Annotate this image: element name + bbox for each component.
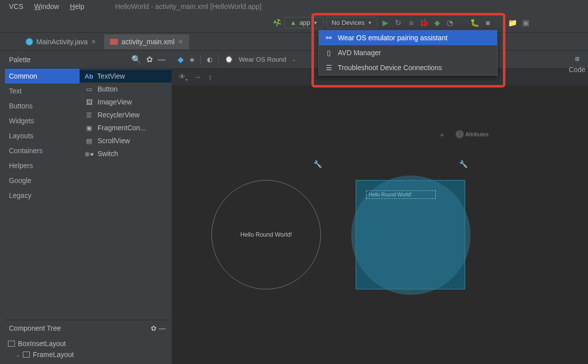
folder-icon[interactable]: 📁 xyxy=(508,18,518,27)
link-icon: ⚯ xyxy=(325,34,333,42)
close-icon[interactable]: ✕ xyxy=(91,38,96,45)
attach-debugger-icon[interactable]: 🐛 xyxy=(470,18,480,27)
surface-icon[interactable]: ◆ xyxy=(178,55,184,64)
zoom-icon[interactable]: ↕ xyxy=(208,73,212,81)
menu-bar: VCS Window Help HelloWorld - activity_ma… xyxy=(0,0,588,13)
view-mode-icon[interactable]: ≡ xyxy=(575,55,579,64)
tree-row-boxinset[interactable]: BoxInsetLayout xyxy=(8,338,164,349)
search-icon[interactable]: 🔍 xyxy=(131,55,141,64)
attributes-label: Attributes xyxy=(466,131,489,137)
palette-cat-text[interactable]: Text xyxy=(0,84,80,98)
image-icon: 🖼 xyxy=(85,98,94,106)
tab-activity-main[interactable]: activity_main.xml ✕ xyxy=(104,34,189,50)
left-gutter xyxy=(0,51,5,349)
window-title: HelloWorld - activity_main.xml [HelloWor… xyxy=(115,2,261,10)
palette-cat-legacy[interactable]: Legacy xyxy=(0,188,80,203)
preview-text: Hello Round World! xyxy=(240,231,292,238)
layout-icon xyxy=(8,341,15,347)
palette-item-scrollview[interactable]: ▤ScrollView xyxy=(80,134,172,147)
chevron-down-icon: ▼ xyxy=(368,20,372,25)
palette-item-label: FragmentCon... xyxy=(98,124,146,132)
close-icon[interactable]: ✕ xyxy=(178,38,183,45)
tab-label: activity_main.xml xyxy=(121,38,175,46)
palette-item-textview[interactable]: AbTextView xyxy=(80,70,172,83)
component-tree-title: Component Tree xyxy=(9,324,61,332)
wrench-icon[interactable]: 🔧 xyxy=(459,160,468,168)
run-icon[interactable]: ▶ xyxy=(381,18,391,27)
minimize-icon[interactable]: — xyxy=(158,55,166,64)
run-config-selector[interactable]: ▲ app ▼ xyxy=(285,17,323,28)
tab-code[interactable]: Code xyxy=(567,64,587,76)
device-type-icon[interactable]: ⌚ xyxy=(225,56,233,63)
view-options-icon[interactable]: 👁▾ xyxy=(179,73,188,82)
device-selector-label: No Devices xyxy=(332,19,365,26)
blueprint-text: Hello Round World! xyxy=(366,190,436,199)
profile-icon[interactable]: ◔ xyxy=(445,18,455,27)
apply-changes-icon[interactable]: ↻ xyxy=(393,18,403,27)
gear-icon[interactable]: ✿ xyxy=(151,324,157,332)
palette-cat-layouts[interactable]: Layouts xyxy=(0,128,80,143)
dropdown-label: Troubleshoot Device Connections xyxy=(338,64,442,72)
palette-categories: Common Text Buttons Widgets Layouts Cont… xyxy=(0,69,80,203)
palette-cat-google[interactable]: Google xyxy=(0,173,80,188)
palette-item-label: ScrollView xyxy=(98,137,130,145)
main-toolbar: ⚒ ▲ app ▼ No Devices ▼ ▶ ↻ ≡ 🐞 ◆ ◔ 🐛 ■ 📁… xyxy=(0,13,588,33)
dropdown-item-wear-pairing[interactable]: ⚯ Wear OS emulator pairing assistant xyxy=(319,30,497,45)
terminal-icon[interactable]: ▣ xyxy=(521,18,531,27)
palette-item-recyclerview[interactable]: ☰RecyclerView xyxy=(80,108,172,121)
debug-icon[interactable]: 🐞 xyxy=(419,18,429,27)
tab-mainactivity[interactable]: MainActivity.java ✕ xyxy=(20,34,102,50)
apply-code-icon[interactable]: ≡ xyxy=(406,18,416,27)
device-label[interactable]: Wear OS Round xyxy=(239,56,286,63)
wrench-icon[interactable]: 🔧 xyxy=(313,160,322,168)
coverage-icon[interactable]: ◆ xyxy=(432,18,442,27)
warning-icon[interactable]: ! xyxy=(456,130,464,138)
menu-help[interactable]: Help xyxy=(70,2,85,10)
dropdown-label: Wear OS emulator pairing assistant xyxy=(338,34,448,42)
menu-vcs[interactable]: VCS xyxy=(9,2,23,10)
dropdown-label: AVD Manager xyxy=(338,49,381,57)
menu-window[interactable]: Window xyxy=(34,2,59,10)
palette-cat-buttons[interactable]: Buttons xyxy=(0,98,80,113)
tree-row-framelayout[interactable]: ⌄FrameLayout xyxy=(8,349,164,360)
android-icon: ▲ xyxy=(290,19,296,26)
scroll-icon: ▤ xyxy=(85,137,94,145)
component-tree: BoxInsetLayout ⌄FrameLayout xyxy=(0,336,172,364)
palette-item-imageview[interactable]: 🖼ImageView xyxy=(80,95,172,108)
chevron-down-icon: ▼ xyxy=(313,20,318,25)
palette-cat-helpers[interactable]: Helpers xyxy=(0,158,80,173)
blueprint-preview[interactable]: Hello Round World! xyxy=(356,180,465,289)
xml-file-icon xyxy=(110,39,118,45)
palette-item-label: ImageView xyxy=(98,98,132,106)
minimize-icon[interactable]: — xyxy=(159,324,166,332)
palette-cat-containers[interactable]: Containers xyxy=(0,143,80,158)
layout-icon xyxy=(23,352,30,358)
gear-icon[interactable]: ✿ xyxy=(146,55,153,64)
palette-item-fragment[interactable]: ▣FragmentCon... xyxy=(80,121,172,134)
palette-header: Palette 🔍 ✿ — xyxy=(0,51,172,69)
chevron-down-icon: ⌄ xyxy=(292,57,296,62)
palette-item-label: RecyclerView xyxy=(98,111,140,119)
build-icon[interactable]: ⚒ xyxy=(272,16,284,29)
stop-icon[interactable]: ■ xyxy=(483,18,493,27)
night-mode-icon[interactable]: ◐ xyxy=(207,56,212,63)
device-selector[interactable]: No Devices ▼ xyxy=(326,17,378,28)
palette-item-button[interactable]: ▭Button xyxy=(80,83,172,95)
orientation-icon[interactable]: ◈ xyxy=(190,56,195,63)
pan-icon[interactable]: ↔ xyxy=(195,73,201,81)
dropdown-item-avd-manager[interactable]: ▯ AVD Manager xyxy=(319,45,497,60)
palette-cat-widgets[interactable]: Widgets xyxy=(0,113,80,128)
dropdown-item-troubleshoot[interactable]: ☰ Troubleshoot Device Connections xyxy=(319,60,497,75)
design-preview[interactable]: Hello Round World! xyxy=(211,180,321,289)
device-dropdown-menu: ⚯ Wear OS emulator pairing assistant ▯ A… xyxy=(318,30,497,76)
list-icon: ☰ xyxy=(325,64,333,72)
palette-cat-common[interactable]: Common xyxy=(0,69,80,84)
list-icon: ☰ xyxy=(85,111,94,119)
more-icon[interactable]: » xyxy=(440,131,444,138)
palette-item-label: Switch xyxy=(98,150,118,158)
palette-item-label: Button xyxy=(98,85,117,93)
phone-icon: ▯ xyxy=(325,49,333,57)
palette-item-switch[interactable]: ⊕●Switch xyxy=(80,147,172,160)
java-file-icon xyxy=(26,38,33,45)
editor-tabs: MainActivity.java ✕ activity_main.xml ✕ xyxy=(0,33,588,51)
